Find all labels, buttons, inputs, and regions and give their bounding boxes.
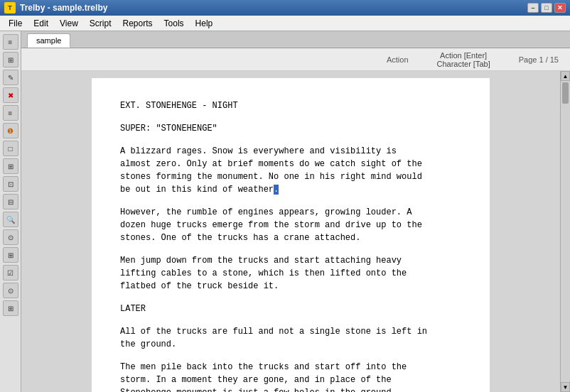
scroll-up-arrow[interactable]: ▲ [561, 71, 570, 81]
action-header-label: Action [387, 55, 409, 64]
blank-line [120, 249, 461, 254]
lines-icon[interactable]: ≡ [3, 105, 18, 121]
blank-line [120, 139, 461, 145]
blank-line [120, 297, 461, 303]
tab-sample[interactable]: sample [27, 33, 70, 48]
blank-line [120, 200, 461, 206]
close-button[interactable]: ✕ [554, 3, 566, 13]
one-icon[interactable]: ❶ [3, 123, 18, 138]
maximize-button[interactable]: □ [541, 3, 552, 13]
text-cursor: . [274, 185, 279, 195]
vertical-scrollbar[interactable]: ▲ ▼ [560, 71, 570, 392]
menu-bar: FileEditViewScriptReportsToolsHelp [0, 16, 570, 31]
box-icon[interactable]: □ [3, 141, 18, 156]
title-bar: T Trelby - sample.trelby – □ ✕ [0, 0, 570, 16]
check-icon[interactable]: ☑ [3, 265, 18, 281]
blank-line [120, 355, 461, 361]
grid4-icon[interactable]: ⊞ [3, 300, 18, 316]
title-bar-left: T Trelby - sample.trelby [4, 2, 107, 13]
menu-item-view[interactable]: View [54, 17, 84, 30]
grid3-icon[interactable]: ⊞ [3, 247, 18, 263]
page-info-label: Page 1 / 15 [519, 55, 559, 64]
menu-item-help[interactable]: Help [190, 17, 219, 30]
tab-bar: sample [21, 31, 570, 48]
circle2-icon[interactable]: ⊙ [3, 283, 18, 298]
menu-item-reports[interactable]: Reports [117, 17, 158, 30]
menu-item-tools[interactable]: Tools [158, 17, 190, 30]
script-doc-container: Action Action [Enter] Character [Tab] Pa… [21, 48, 570, 392]
title-bar-controls: – □ ✕ [527, 3, 566, 13]
search-icon[interactable]: 🔍 [3, 212, 18, 227]
tab-label: sample [36, 36, 61, 45]
edit-icon[interactable]: ✎ [3, 70, 18, 85]
window-title: Trelby - sample.trelby [20, 3, 107, 13]
menu-item-script[interactable]: Script [84, 17, 117, 30]
menu-item-edit[interactable]: Edit [28, 17, 54, 30]
action-paragraph: SUPER: "STONEHENGE" [120, 122, 461, 135]
main-layout: ≡⊞✎✖≡❶□⊞⊡⊟🔍⊙⊞☑⊙⊞ sample Action Action [E… [0, 31, 570, 392]
action-paragraph: A blizzard rages. Snow is everywhere and… [120, 145, 461, 196]
close-red-icon[interactable]: ✖ [3, 87, 18, 103]
grid-icon[interactable]: ⊞ [3, 52, 18, 67]
scroll-thumb[interactable] [562, 82, 569, 104]
character-hint: Character [Tab] [437, 60, 490, 68]
left-toolbar: ≡⊞✎✖≡❶□⊞⊡⊟🔍⊙⊞☑⊙⊞ [0, 31, 21, 392]
action-hint: Action [Enter] [440, 51, 487, 60]
content-area: sample Action Action [Enter] Character [… [21, 31, 570, 392]
action-paragraph: All of the trucks are full and not a sin… [120, 325, 461, 351]
menu-icon[interactable]: ≡ [3, 34, 18, 50]
minimize-button[interactable]: – [527, 3, 539, 13]
circle-icon[interactable]: ⊙ [3, 229, 18, 245]
scene-heading: EXT. STONEHENGE - NIGHT [120, 99, 461, 112]
box2-icon[interactable]: ⊡ [3, 176, 18, 192]
box3-icon[interactable]: ⊟ [3, 194, 18, 209]
script-doc-header: Action Action [Enter] Character [Tab] Pa… [21, 48, 570, 71]
menu-item-file[interactable]: File [3, 17, 28, 30]
script-scroll-area[interactable]: EXT. STONEHENGE - NIGHTSUPER: "STONEHENG… [21, 71, 560, 392]
action-paragraph: The men pile back into the trucks and st… [120, 361, 461, 392]
blank-line [120, 116, 461, 122]
action-paragraph: However, the rumble of engines appears, … [120, 206, 461, 244]
action-paragraph: Men jump down from the trucks and start … [120, 254, 461, 293]
header-cols: Action Action [Enter] Character [Tab] Pa… [387, 51, 559, 68]
blank-line [120, 320, 461, 325]
grid2-icon[interactable]: ⊞ [3, 158, 18, 174]
app-icon: T [4, 2, 16, 13]
scroll-down-arrow[interactable]: ▼ [561, 382, 570, 392]
transition-line: LATER [120, 303, 461, 315]
script-page: EXT. STONEHENGE - NIGHTSUPER: "STONEHENG… [92, 78, 490, 392]
action-hint-label: Action [Enter] Character [Tab] [437, 51, 490, 68]
